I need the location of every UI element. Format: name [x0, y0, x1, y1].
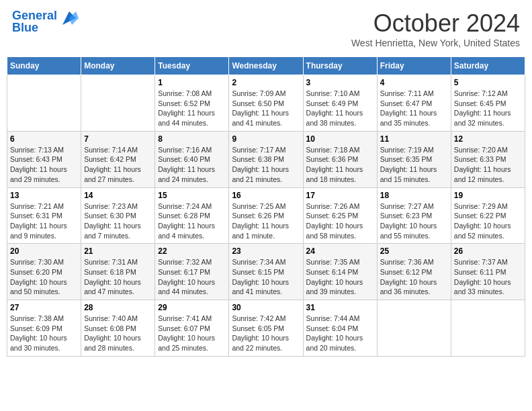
day-info: Sunrise: 7:23 AM Sunset: 6:30 PM Dayligh… [84, 201, 152, 241]
day-number: 2 [232, 78, 300, 87]
day-number: 29 [158, 303, 226, 312]
calendar-cell: 8Sunrise: 7:16 AM Sunset: 6:40 PM Daylig… [155, 131, 229, 187]
day-number: 7 [84, 134, 152, 144]
day-number: 14 [84, 191, 152, 200]
day-info: Sunrise: 7:10 AM Sunset: 6:49 PM Dayligh… [306, 89, 374, 128]
day-info: Sunrise: 7:13 AM Sunset: 6:43 PM Dayligh… [10, 145, 78, 185]
day-info: Sunrise: 7:38 AM Sunset: 6:09 PM Dayligh… [10, 314, 78, 353]
day-number: 17 [306, 191, 374, 200]
calendar-cell: 25Sunrise: 7:36 AM Sunset: 6:12 PM Dayli… [377, 244, 451, 300]
calendar-cell: 31Sunrise: 7:44 AM Sunset: 6:04 PM Dayli… [303, 300, 377, 357]
location: West Henrietta, New York, United States [351, 38, 520, 48]
day-info: Sunrise: 7:24 AM Sunset: 6:28 PM Dayligh… [158, 201, 226, 241]
calendar-week-row: 20Sunrise: 7:30 AM Sunset: 6:20 PM Dayli… [7, 244, 525, 300]
day-info: Sunrise: 7:08 AM Sunset: 6:52 PM Dayligh… [158, 89, 226, 128]
calendar-cell: 20Sunrise: 7:30 AM Sunset: 6:20 PM Dayli… [7, 244, 81, 300]
day-number: 22 [158, 246, 226, 256]
day-of-week-header: Wednesday [229, 57, 303, 75]
day-info: Sunrise: 7:21 AM Sunset: 6:31 PM Dayligh… [10, 201, 78, 241]
day-number: 25 [380, 246, 448, 256]
calendar-cell: 14Sunrise: 7:23 AM Sunset: 6:30 PM Dayli… [81, 187, 155, 244]
calendar-week-row: 27Sunrise: 7:38 AM Sunset: 6:09 PM Dayli… [7, 300, 525, 357]
day-info: Sunrise: 7:29 AM Sunset: 6:22 PM Dayligh… [454, 201, 522, 241]
day-info: Sunrise: 7:11 AM Sunset: 6:47 PM Dayligh… [380, 89, 448, 128]
calendar-cell: 19Sunrise: 7:29 AM Sunset: 6:22 PM Dayli… [451, 187, 525, 244]
day-number: 8 [158, 134, 226, 144]
calendar-cell: 24Sunrise: 7:35 AM Sunset: 6:14 PM Dayli… [303, 244, 377, 300]
day-of-week-header: Friday [377, 57, 451, 75]
day-info: Sunrise: 7:40 AM Sunset: 6:08 PM Dayligh… [84, 314, 152, 353]
month-title: October 2024 [351, 9, 520, 38]
calendar-cell: 2Sunrise: 7:09 AM Sunset: 6:50 PM Daylig… [229, 75, 303, 132]
day-number: 9 [232, 134, 300, 144]
calendar-cell: 17Sunrise: 7:26 AM Sunset: 6:25 PM Dayli… [303, 187, 377, 244]
day-number: 23 [232, 246, 300, 256]
day-number: 6 [10, 134, 78, 144]
calendar-cell [7, 75, 81, 132]
calendar-cell: 3Sunrise: 7:10 AM Sunset: 6:49 PM Daylig… [303, 75, 377, 132]
calendar-cell: 7Sunrise: 7:14 AM Sunset: 6:42 PM Daylig… [81, 131, 155, 187]
day-info: Sunrise: 7:12 AM Sunset: 6:45 PM Dayligh… [454, 89, 522, 128]
calendar-cell: 10Sunrise: 7:18 AM Sunset: 6:36 PM Dayli… [303, 131, 377, 187]
day-info: Sunrise: 7:32 AM Sunset: 6:17 PM Dayligh… [158, 257, 226, 297]
calendar-cell [81, 75, 155, 132]
day-number: 13 [10, 191, 78, 200]
calendar-cell: 1Sunrise: 7:08 AM Sunset: 6:52 PM Daylig… [155, 75, 229, 132]
day-of-week-header: Monday [81, 57, 155, 75]
day-number: 18 [380, 191, 448, 200]
day-number: 11 [380, 134, 448, 144]
day-number: 20 [10, 246, 78, 256]
logo-text: GeneralBlue [12, 9, 57, 34]
logo: GeneralBlue [12, 9, 79, 34]
day-number: 27 [10, 303, 78, 312]
calendar-cell: 18Sunrise: 7:27 AM Sunset: 6:23 PM Dayli… [377, 187, 451, 244]
calendar-cell: 12Sunrise: 7:20 AM Sunset: 6:33 PM Dayli… [451, 131, 525, 187]
day-info: Sunrise: 7:44 AM Sunset: 6:04 PM Dayligh… [306, 314, 374, 353]
day-number: 1 [158, 78, 226, 87]
day-number: 19 [454, 191, 522, 200]
day-info: Sunrise: 7:37 AM Sunset: 6:11 PM Dayligh… [454, 257, 522, 297]
day-info: Sunrise: 7:41 AM Sunset: 6:07 PM Dayligh… [158, 314, 226, 353]
day-number: 5 [454, 78, 522, 87]
day-of-week-header: Saturday [451, 57, 525, 75]
day-number: 21 [84, 246, 152, 256]
day-of-week-header: Thursday [303, 57, 377, 75]
logo-icon [60, 9, 79, 28]
calendar-cell: 23Sunrise: 7:34 AM Sunset: 6:15 PM Dayli… [229, 244, 303, 300]
calendar-cell: 28Sunrise: 7:40 AM Sunset: 6:08 PM Dayli… [81, 300, 155, 357]
title-block: October 2024 West Henrietta, New York, U… [351, 9, 520, 48]
calendar-cell: 26Sunrise: 7:37 AM Sunset: 6:11 PM Dayli… [451, 244, 525, 300]
day-info: Sunrise: 7:17 AM Sunset: 6:38 PM Dayligh… [232, 145, 300, 185]
day-number: 10 [306, 134, 374, 144]
calendar-cell: 9Sunrise: 7:17 AM Sunset: 6:38 PM Daylig… [229, 131, 303, 187]
calendar-cell: 22Sunrise: 7:32 AM Sunset: 6:17 PM Dayli… [155, 244, 229, 300]
day-number: 26 [454, 246, 522, 256]
calendar-cell: 29Sunrise: 7:41 AM Sunset: 6:07 PM Dayli… [155, 300, 229, 357]
day-number: 15 [158, 191, 226, 200]
calendar-cell: 11Sunrise: 7:19 AM Sunset: 6:35 PM Dayli… [377, 131, 451, 187]
day-info: Sunrise: 7:27 AM Sunset: 6:23 PM Dayligh… [380, 201, 448, 241]
calendar-cell: 6Sunrise: 7:13 AM Sunset: 6:43 PM Daylig… [7, 131, 81, 187]
calendar-cell: 21Sunrise: 7:31 AM Sunset: 6:18 PM Dayli… [81, 244, 155, 300]
calendar-cell: 16Sunrise: 7:25 AM Sunset: 6:26 PM Dayli… [229, 187, 303, 244]
day-of-week-header: Tuesday [155, 57, 229, 75]
day-info: Sunrise: 7:25 AM Sunset: 6:26 PM Dayligh… [232, 201, 300, 241]
calendar-cell [451, 300, 525, 357]
day-info: Sunrise: 7:35 AM Sunset: 6:14 PM Dayligh… [306, 257, 374, 297]
day-number: 12 [454, 134, 522, 144]
calendar-cell: 5Sunrise: 7:12 AM Sunset: 6:45 PM Daylig… [451, 75, 525, 132]
calendar-cell: 27Sunrise: 7:38 AM Sunset: 6:09 PM Dayli… [7, 300, 81, 357]
calendar-cell: 30Sunrise: 7:42 AM Sunset: 6:05 PM Dayli… [229, 300, 303, 357]
day-info: Sunrise: 7:31 AM Sunset: 6:18 PM Dayligh… [84, 257, 152, 297]
calendar-cell: 15Sunrise: 7:24 AM Sunset: 6:28 PM Dayli… [155, 187, 229, 244]
calendar-week-row: 13Sunrise: 7:21 AM Sunset: 6:31 PM Dayli… [7, 187, 525, 244]
calendar-cell: 4Sunrise: 7:11 AM Sunset: 6:47 PM Daylig… [377, 75, 451, 132]
day-info: Sunrise: 7:19 AM Sunset: 6:35 PM Dayligh… [380, 145, 448, 185]
calendar-table: SundayMondayTuesdayWednesdayThursdayFrid… [7, 56, 525, 357]
day-number: 16 [232, 191, 300, 200]
calendar-header-row: SundayMondayTuesdayWednesdayThursdayFrid… [7, 57, 525, 75]
day-info: Sunrise: 7:20 AM Sunset: 6:33 PM Dayligh… [454, 145, 522, 185]
day-info: Sunrise: 7:09 AM Sunset: 6:50 PM Dayligh… [232, 89, 300, 128]
day-number: 28 [84, 303, 152, 312]
day-of-week-header: Sunday [7, 57, 81, 75]
